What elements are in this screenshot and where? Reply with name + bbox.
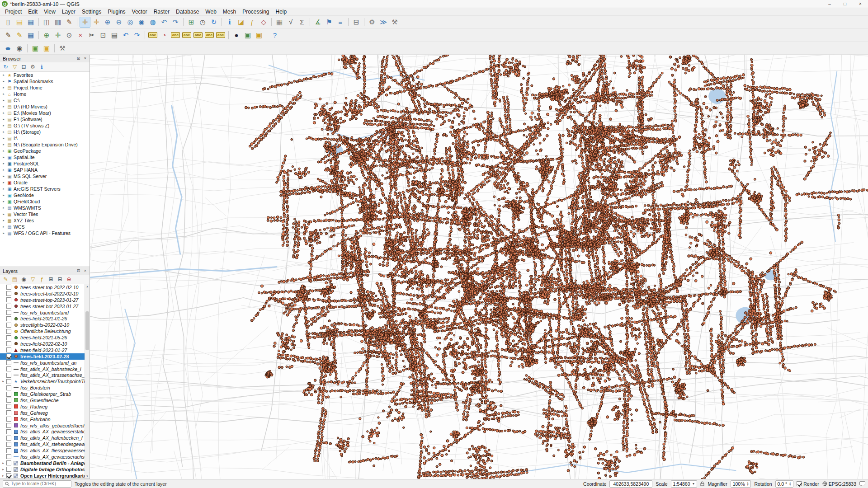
move-label-button[interactable]: abc: [193, 30, 203, 41]
maximize-button[interactable]: □: [837, 0, 853, 8]
collapse-all-button[interactable]: ⊟: [56, 275, 64, 284]
layer-checkbox[interactable]: [6, 473, 11, 478]
layer-item[interactable]: fiss_Bordstein: [0, 385, 90, 391]
layer-item[interactable]: fiss_atkis_AX_hafenbecken_f: [0, 435, 90, 441]
expand-icon[interactable]: ▸: [2, 73, 5, 77]
menu-project[interactable]: Project: [2, 8, 25, 16]
browser-float-button[interactable]: ⊡: [75, 56, 81, 61]
layer-checkbox[interactable]: [6, 291, 11, 296]
layer-item[interactable]: trees-field-2023-02-28: [0, 353, 90, 360]
open-project-button[interactable]: ▤: [14, 17, 25, 28]
browser-item[interactable]: ▸▣MS SQL Server: [0, 173, 90, 179]
scrollbar-thumb[interactable]: [85, 311, 89, 350]
layer-checkbox[interactable]: [6, 316, 11, 321]
layer-checkbox[interactable]: [6, 373, 11, 378]
expand-icon[interactable]: ▸: [2, 86, 5, 89]
expand-icon[interactable]: ▸: [2, 155, 5, 159]
zoom-out-button[interactable]: ⊖: [113, 17, 124, 28]
temporal-controller-button[interactable]: ◷: [197, 17, 208, 28]
close-button[interactable]: ×: [853, 0, 868, 8]
layer-checkbox[interactable]: [6, 392, 11, 397]
browser-item[interactable]: ▸⌂Home: [0, 91, 90, 97]
plugin-cube-green-button[interactable]: ▣: [30, 43, 41, 54]
highlight-labels-button[interactable]: abc: [181, 30, 192, 41]
zoom-last-button[interactable]: ↶: [159, 17, 170, 28]
layer-item[interactable]: fiss_Gleiskoerper_Strab: [0, 391, 90, 397]
new-spatial-bookmark-button[interactable]: ⚑: [324, 17, 335, 28]
layer-item[interactable]: trees-street-bot-2023-01-27: [0, 303, 90, 310]
layer-item[interactable]: fiss_atkis_AX_stehendesgewaes: [0, 441, 90, 447]
expand-icon[interactable]: ▸: [2, 200, 5, 203]
expand-all-button[interactable]: ⊞: [47, 275, 55, 284]
browser-item[interactable]: ▸▦Vector Tiles: [0, 211, 90, 217]
pan-to-selection-button[interactable]: ✛: [91, 17, 102, 28]
browser-item[interactable]: ▸▤Project Home: [0, 84, 90, 91]
magnifier-lock-icon[interactable]: [700, 481, 704, 486]
layer-checkbox[interactable]: [6, 366, 11, 371]
browser-help-button[interactable]: ℹ: [38, 63, 46, 71]
menu-vector[interactable]: Vector: [129, 8, 151, 16]
browser-item[interactable]: ▸▣Oracle: [0, 179, 90, 186]
expand-icon[interactable]: ▸: [2, 136, 5, 140]
osm-search-button[interactable]: ●: [231, 30, 242, 41]
layer-checkbox[interactable]: [6, 329, 11, 334]
undo-button[interactable]: ↶: [120, 30, 131, 41]
filter-by-expression-button[interactable]: ƒ: [38, 275, 46, 284]
browser-item[interactable]: ▸▦WCS: [0, 224, 90, 230]
expand-icon[interactable]: ▸: [2, 80, 5, 83]
plugin-package-a-button[interactable]: ▣: [242, 30, 253, 41]
expand-icon[interactable]: ▸: [2, 143, 5, 146]
expand-icon[interactable]: ▸: [2, 206, 5, 210]
expand-icon[interactable]: ▸: [2, 168, 5, 172]
expand-icon[interactable]: ▸: [2, 219, 5, 222]
layer-checkbox[interactable]: [6, 417, 11, 422]
layer-checkbox[interactable]: [6, 341, 11, 346]
menu-raster[interactable]: Raster: [151, 8, 173, 16]
layer-item[interactable]: trees-street-top-2022-02-10: [0, 284, 90, 291]
layers-close-button[interactable]: ×: [82, 268, 88, 274]
layer-item[interactable]: fiss_wfs_baumbestand: [0, 310, 90, 316]
expand-icon[interactable]: ▸: [2, 181, 5, 184]
browser-item[interactable]: ▸▦WFS / OGC API - Features: [0, 230, 90, 236]
layer-item[interactable]: trees-street-top-2023-01-27: [0, 297, 90, 303]
locate-input[interactable]: [11, 481, 69, 486]
zoom-next-button[interactable]: ↷: [170, 17, 181, 28]
layer-checkbox[interactable]: [6, 404, 11, 409]
expand-icon[interactable]: ▸: [1, 380, 5, 383]
layer-checkbox[interactable]: [6, 460, 11, 465]
expand-icon[interactable]: ▸: [2, 187, 5, 191]
cut-features-button[interactable]: ✂: [86, 30, 97, 41]
map-canvas[interactable]: [90, 55, 868, 479]
layer-item[interactable]: fiss_Gruenflaeche: [0, 397, 90, 404]
browser-item[interactable]: ▸▤G:\ (TV shows Z): [0, 122, 90, 129]
layer-labeling-button[interactable]: abc: [147, 30, 158, 41]
layer-checkbox[interactable]: [6, 360, 11, 365]
help-contents-button[interactable]: ?: [269, 30, 280, 41]
expand-icon[interactable]: ▸: [2, 174, 5, 178]
layer-checkbox[interactable]: [6, 323, 11, 328]
browser-item[interactable]: ▸▣SAP HANA: [0, 167, 90, 173]
plugin-cube-yellow-button[interactable]: ▣: [41, 43, 52, 54]
render-check-icon[interactable]: [797, 481, 802, 486]
browser-item[interactable]: ▸▦XYZ Tiles: [0, 217, 90, 224]
save-layer-edits-button[interactable]: ▦: [25, 30, 36, 41]
style-manager-button[interactable]: ✎: [64, 17, 75, 28]
measure-line-button[interactable]: ∡: [312, 17, 323, 28]
layer-checkbox[interactable]: [6, 379, 11, 384]
spinner-arrows-icon[interactable]: ▲▼: [747, 482, 749, 486]
plugin-builder-wrench-button[interactable]: ⚒: [57, 43, 68, 54]
expand-icon[interactable]: ▸: [2, 193, 5, 197]
plugin-package-b-button[interactable]: ▣: [254, 30, 264, 41]
layer-checkbox[interactable]: [6, 385, 11, 390]
minimize-button[interactable]: –: [822, 0, 837, 8]
expand-icon[interactable]: ▸: [2, 117, 5, 121]
pan-map-button[interactable]: ✛: [80, 17, 90, 28]
browser-item[interactable]: ▸▣SpatiaLite: [0, 154, 90, 160]
open-layer-styling-button[interactable]: ✎: [1, 275, 10, 284]
locate-box[interactable]: [3, 480, 71, 488]
layer-item[interactable]: fiss_wfs_baumbestand_an: [0, 360, 90, 366]
layer-item[interactable]: trees-field-2021-05-26: [0, 334, 90, 341]
select-features-button[interactable]: ◪: [236, 17, 246, 28]
browser-item[interactable]: ▸▤N:\ (Seagate Expansion Drive): [0, 141, 90, 148]
toggle-editing-button[interactable]: ✎: [14, 30, 25, 41]
